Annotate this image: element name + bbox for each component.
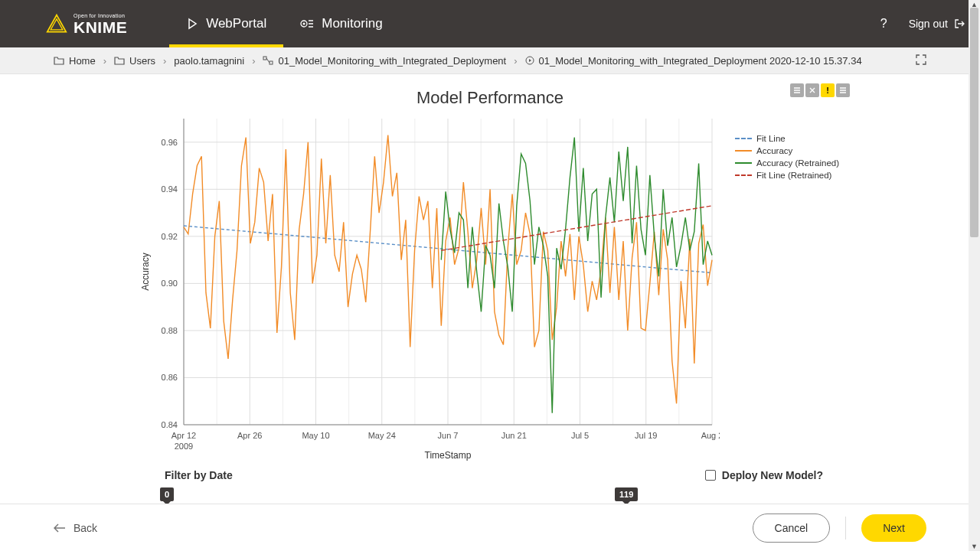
chart-toolbar: !	[790, 83, 850, 97]
svg-rect-2	[263, 57, 266, 60]
legend-swatch	[735, 162, 752, 164]
legend-swatch	[735, 138, 752, 139]
scroll-down-icon: ▼	[969, 542, 980, 551]
monitoring-icon	[300, 18, 314, 30]
arrow-left-icon	[54, 523, 66, 533]
knime-triangle-icon	[46, 13, 67, 34]
svg-text:0.88: 0.88	[162, 326, 178, 335]
list-icon	[839, 86, 847, 94]
run-icon	[525, 56, 534, 65]
scroll-thumb[interactable]	[970, 8, 978, 237]
nav-tabs: WebPortal Monitoring	[169, 0, 399, 47]
breadcrumb-home[interactable]: Home	[54, 55, 96, 67]
play-icon	[186, 18, 198, 30]
legend-label: Accuracy (Retrained)	[756, 158, 839, 168]
legend-swatch	[735, 174, 752, 176]
breadcrumb: Home › Users › paolo.tamagnini › 01_Mode…	[0, 47, 980, 74]
svg-text:TimeStamp: TimeStamp	[425, 450, 472, 461]
svg-text:Jul 5: Jul 5	[571, 431, 589, 440]
legend-item[interactable]: Accuracy	[735, 146, 839, 155]
breadcrumb-users[interactable]: Users	[114, 55, 155, 67]
back-button[interactable]: Back	[54, 522, 97, 534]
signout-icon	[954, 18, 965, 29]
footer-bar: Back Cancel Next	[0, 504, 980, 551]
chevron-right-icon: ›	[163, 55, 166, 67]
legend-swatch	[735, 150, 752, 152]
chevron-right-icon: ›	[514, 55, 517, 67]
breadcrumb-workflow[interactable]: 01_Model_Monitoring_with_Integrated_Depl…	[263, 55, 506, 67]
legend-item[interactable]: Accuracy (Retrained)	[735, 158, 839, 168]
breadcrumb-user[interactable]: paolo.tamagnini	[174, 55, 244, 67]
brand-logo: Open for Innovation KNIME	[46, 13, 127, 35]
toolbar-menu-button[interactable]	[790, 83, 804, 97]
legend-label: Accuracy	[756, 146, 792, 155]
svg-text:Apr 12: Apr 12	[172, 431, 196, 440]
tab-webportal-label: WebPortal	[206, 16, 266, 31]
svg-text:0.84: 0.84	[162, 420, 178, 429]
svg-text:Accuracy: Accuracy	[140, 253, 151, 290]
signout-button[interactable]: Sign out	[909, 18, 965, 30]
menu-icon	[793, 86, 801, 94]
brand-name: KNIME	[74, 19, 127, 35]
folder-icon	[114, 56, 125, 65]
svg-point-1	[303, 23, 305, 25]
cancel-button[interactable]: Cancel	[753, 514, 831, 543]
svg-text:0.92: 0.92	[162, 232, 178, 241]
top-bar: Open for Innovation KNIME WebPortal Moni…	[0, 0, 980, 47]
svg-text:Aug 2: Aug 2	[701, 431, 720, 440]
brand-tagline: Open for Innovation	[74, 13, 127, 18]
toolbar-warning-button[interactable]: !	[821, 83, 835, 97]
content-area: ! Model Performance Apr 12Apr 26May 10Ma…	[0, 74, 980, 481]
breadcrumb-run[interactable]: 01_Model_Monitoring_with_Integrated_Depl…	[525, 55, 862, 67]
filter-label: Filter by Date	[165, 469, 233, 481]
tab-monitoring-label: Monitoring	[322, 16, 382, 31]
chart-legend: Fit LineAccuracyAccuracy (Retrained)Fit …	[735, 134, 839, 463]
svg-rect-3	[270, 61, 273, 64]
back-label: Back	[74, 522, 97, 534]
toolbar-list-button[interactable]	[836, 83, 850, 97]
next-button[interactable]: Next	[861, 514, 926, 542]
close-icon	[808, 86, 816, 94]
folder-icon	[54, 56, 64, 65]
signout-label: Sign out	[909, 18, 948, 30]
chevron-right-icon: ›	[252, 55, 255, 67]
svg-text:Jun 21: Jun 21	[501, 431, 527, 440]
svg-text:Apr 26: Apr 26	[237, 431, 262, 440]
slider-min-badge: 0	[160, 487, 174, 501]
deploy-checkbox[interactable]: Deploy New Model?	[705, 469, 823, 481]
checkbox-icon	[705, 470, 716, 481]
workflow-icon	[263, 56, 273, 65]
svg-text:Jun 7: Jun 7	[438, 431, 459, 440]
chevron-right-icon: ›	[103, 55, 106, 67]
legend-item[interactable]: Fit Line	[735, 134, 839, 143]
svg-text:0.96: 0.96	[162, 138, 178, 147]
expand-button[interactable]	[916, 54, 926, 67]
svg-text:Jul 19: Jul 19	[635, 431, 657, 440]
legend-label: Fit Line (Retrained)	[756, 171, 831, 180]
svg-text:0.94: 0.94	[162, 184, 178, 194]
help-icon[interactable]: ?	[880, 17, 887, 31]
svg-text:0.90: 0.90	[162, 279, 178, 288]
svg-text:May 10: May 10	[302, 431, 329, 440]
tab-monitoring[interactable]: Monitoring	[283, 0, 399, 47]
vertical-scrollbar[interactable]: ▲ ▼	[969, 0, 980, 551]
svg-text:0.86: 0.86	[162, 373, 178, 382]
line-chart: Apr 12Apr 26May 10May 24Jun 7Jun 21Jul 5…	[138, 111, 720, 463]
legend-label: Fit Line	[756, 134, 786, 143]
warning-icon: !	[826, 86, 829, 95]
legend-item[interactable]: Fit Line (Retrained)	[735, 171, 839, 180]
slider-max-badge: 119	[615, 487, 638, 501]
deploy-label: Deploy New Model?	[722, 469, 823, 481]
svg-text:2009: 2009	[175, 442, 193, 451]
expand-icon	[916, 54, 926, 65]
toolbar-reset-button[interactable]	[805, 83, 819, 97]
svg-text:May 24: May 24	[368, 431, 396, 440]
footer-divider	[845, 517, 846, 540]
tab-webportal[interactable]: WebPortal	[169, 0, 283, 47]
